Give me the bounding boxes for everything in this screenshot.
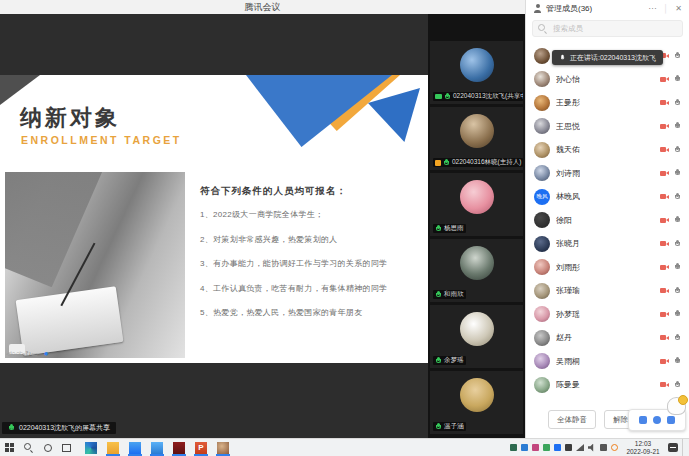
tray-app-icon[interactable] [543,444,550,451]
participant-name: 022040316林晓(主持人) [452,158,521,167]
camera-off-icon[interactable] [660,217,669,224]
cortana-button[interactable] [38,439,57,456]
volume-icon[interactable] [588,444,596,452]
close-icon[interactable]: ✕ [675,4,682,13]
task-view-button[interactable] [57,439,76,456]
mic-icon[interactable] [674,334,681,342]
mic-icon[interactable] [674,216,681,224]
mute-all-button[interactable]: 全体静音 [548,410,596,429]
camera-off-icon[interactable] [660,123,669,130]
tray-app-icon[interactable] [565,444,572,451]
member-row[interactable]: 孙心怡 [526,68,689,92]
camera-off-icon[interactable] [660,358,669,365]
camera-off-icon[interactable] [660,311,669,318]
member-row[interactable]: 陈曼曼 [526,373,689,397]
taskbar-app-button[interactable] [80,439,102,456]
active-page-dot: ● [44,349,49,358]
member-row[interactable]: 张晓月 [526,232,689,256]
taskbar-search-button[interactable] [19,439,38,456]
taskbar-app-button[interactable] [212,439,234,456]
sync-icon[interactable] [611,444,618,451]
camera-off-icon[interactable] [660,76,669,83]
mic-icon[interactable] [674,122,681,130]
person-icon[interactable] [653,416,661,424]
chat-icon[interactable] [667,416,675,424]
mic-icon[interactable] [674,381,681,389]
camera-off-icon[interactable] [660,170,669,177]
tray-app-icon[interactable] [554,444,561,451]
member-row[interactable]: 魏天佑 [526,138,689,162]
avatar [460,312,494,346]
camera-off-icon[interactable] [660,334,669,341]
mic-icon[interactable] [674,287,681,295]
taskbar-apps: P [80,439,234,456]
member-row[interactable]: 刘雨彤 [526,256,689,280]
mic-icon[interactable] [674,169,681,177]
camera-off-icon[interactable] [660,193,669,200]
member-name: 孙梦瑶 [556,309,580,320]
camera-off-icon[interactable] [660,381,669,388]
mic-icon[interactable] [674,99,681,107]
member-row[interactable]: 张瑾瑜 [526,279,689,303]
member-row[interactable]: 赵丹 [526,326,689,350]
search-input[interactable] [551,23,675,34]
avatar-initials: 晚风 [537,193,548,200]
member-row[interactable]: 徐阳 [526,209,689,233]
notification-center-icon[interactable] [668,443,678,452]
member-search-box[interactable] [532,20,683,37]
network-icon[interactable] [576,444,584,451]
mic-icon[interactable] [674,75,681,83]
avatar [534,377,550,393]
mic-icon[interactable] [674,263,681,271]
tray-app-icon[interactable] [510,444,517,451]
mic-icon[interactable] [674,240,681,248]
member-row[interactable]: 王曼彤 [526,91,689,115]
taskbar-app-button[interactable] [102,439,124,456]
mic-icon [443,159,450,167]
member-name: 孙心怡 [556,74,580,85]
slide-bullet: 5、热爱党，热爱人民，热爱国家的青年朋友 [200,307,420,318]
tray-app-icon[interactable] [521,444,528,451]
avatar [460,378,494,412]
avatar [460,114,494,148]
camera-off-icon[interactable] [660,240,669,247]
more-icon[interactable]: ⋯ [648,4,656,13]
mic-icon[interactable] [674,357,681,365]
member-row[interactable]: 王思悦 [526,115,689,139]
avatar [534,353,550,369]
member-name: 王曼彤 [556,97,580,108]
show-desktop-button[interactable] [682,439,687,456]
member-row[interactable]: 晚风 林晚风 [526,185,689,209]
taskbar-app-button[interactable] [146,439,168,456]
shared-screen-stage: 纳新对象 ENROLLMENT TARGET 符合下列条件的人员均可报名： 1、… [0,14,525,438]
taskbar-app-button[interactable]: P [190,439,212,456]
video-tile[interactable]: 杨思雨 [430,173,523,236]
camera-off-icon[interactable] [660,287,669,294]
video-tile[interactable]: 022040313沈欣飞(共享中) [430,41,523,104]
tray-app-icon[interactable] [532,444,539,451]
grid-icon[interactable] [639,416,647,424]
camera-off-icon[interactable] [660,146,669,153]
input-method-icon[interactable] [600,444,607,451]
members-panel-title: 管理成员(36) [546,3,592,14]
member-row[interactable]: 刘诗雨 [526,162,689,186]
member-row[interactable]: 吴雨桐 [526,350,689,374]
taskbar-app-button[interactable] [124,439,146,456]
mic-icon[interactable] [674,146,681,154]
camera-off-icon[interactable] [660,99,669,106]
start-button[interactable] [0,439,19,456]
video-tile[interactable]: 温子涵 [430,371,523,434]
member-row[interactable]: 孙梦瑶 [526,303,689,327]
video-tile[interactable]: 和雨欣 [430,239,523,302]
video-tile[interactable]: 022040316林晓(主持人) [430,107,523,170]
video-tile[interactable]: 余梦瑶 [430,305,523,368]
mic-icon[interactable] [674,52,681,60]
camera-off-icon[interactable] [660,264,669,271]
taskbar-app-button[interactable] [168,439,190,456]
host-badge-icon [435,160,441,166]
mic-icon[interactable] [674,310,681,318]
taskbar-clock[interactable]: 12:03 2022-09-21 [622,440,664,455]
slide-decor-gray-triangle [0,75,40,105]
mic-icon[interactable] [674,193,681,201]
slide-bullet: 1、2022级大一商学院全体学生； [200,209,420,220]
